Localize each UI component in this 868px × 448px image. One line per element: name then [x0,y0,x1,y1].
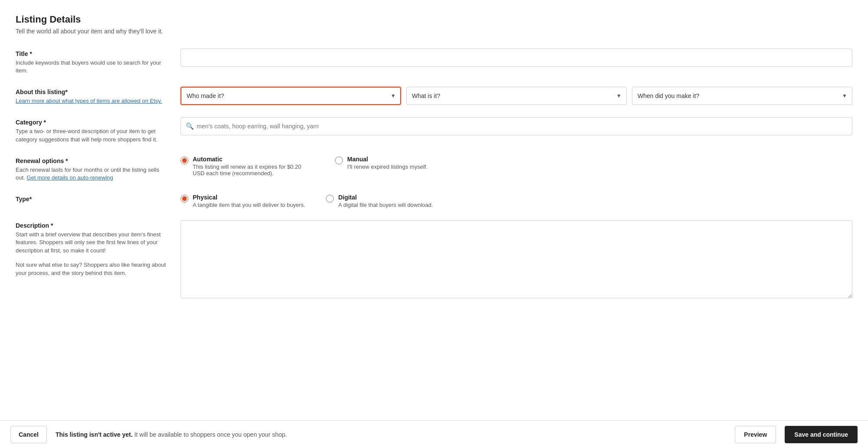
renewal-manual-option[interactable]: Manual I'll renew expired listings mysel… [335,156,427,170]
about-field-link[interactable]: Learn more about what types of items are… [16,98,162,104]
renewal-automatic-desc: This listing will renew as it expires fo… [193,164,314,177]
preview-button[interactable]: Preview [735,426,776,443]
type-row: Type* Physical A tangible item that you … [16,194,852,208]
type-physical-text: Physical A tangible item that you will d… [193,194,305,208]
type-digital-desc: A digital file that buyers will download… [338,202,433,208]
about-field-label: About this listing* [16,88,170,95]
bottom-bar: Cancel This listing isn't active yet. It… [0,420,868,448]
renewal-label-col: Renewal options * Each renewal lasts for… [16,156,181,182]
page-subtitle: Tell the world all about your item and w… [16,28,852,35]
cancel-button[interactable]: Cancel [10,426,47,443]
type-physical-option[interactable]: Physical A tangible item that you will d… [181,194,305,208]
type-physical-label: Physical [193,194,305,201]
type-digital-radio[interactable] [326,195,334,203]
type-digital-text: Digital A digital file that buyers will … [338,194,433,208]
category-control-col: 🔍 [181,117,852,135]
type-field-label: Type* [16,196,170,203]
about-control-col: Who made it? I did A member of my shop A… [181,87,852,105]
status-detail: It will be available to shoppers once yo… [134,431,287,438]
renewal-automatic-text: Automatic This listing will renew as it … [193,156,314,177]
about-label-col: About this listing* Learn more about wha… [16,87,181,104]
category-label-col: Category * Type a two- or three-word des… [16,117,181,143]
when-made-wrapper: When did you make it? Made to order 2020… [632,87,852,105]
about-dropdown-group: Who made it? I did A member of my shop A… [181,87,852,105]
title-field-label: Title * [16,50,170,57]
category-search-input[interactable] [181,117,852,135]
renewal-row: Renewal options * Each renewal lasts for… [16,156,852,182]
renewal-hint-link[interactable]: Get more details on auto-renewing [26,174,113,181]
renewal-automatic-option[interactable]: Automatic This listing will renew as it … [181,156,314,177]
search-icon: 🔍 [186,122,194,130]
description-field-label: Description * [16,222,170,229]
type-radio-group: Physical A tangible item that you will d… [181,194,852,208]
page-wrapper: Listing Details Tell the world all about… [0,0,868,448]
category-field-hint: Type a two- or three-word description of… [16,128,170,143]
status-notice: This listing isn't active yet. [56,431,133,438]
description-control-col [181,220,852,300]
renewal-automatic-radio[interactable] [181,157,188,164]
description-textarea[interactable] [181,220,852,298]
renewal-manual-text: Manual I'll renew expired listings mysel… [347,156,427,170]
title-row: Title * Include keywords that buyers wou… [16,49,852,75]
what-is-wrapper: What is it? A finished product A supply … [406,87,627,105]
status-text: This listing isn't active yet. It will b… [56,431,726,438]
main-content: Listing Details Tell the world all about… [0,0,868,448]
what-is-select[interactable]: What is it? A finished product A supply … [406,87,627,105]
type-control-col: Physical A tangible item that you will d… [181,194,852,208]
renewal-field-hint: Each renewal lasts for four months or un… [16,166,170,182]
title-input[interactable] [181,49,852,67]
type-physical-radio[interactable] [181,195,188,203]
category-search-wrapper: 🔍 [181,117,852,135]
description-label-col: Description * Start with a brief overvie… [16,220,181,278]
type-physical-desc: A tangible item that you will deliver to… [193,202,305,208]
title-control-col [181,49,852,67]
renewal-manual-desc: I'll renew expired listings myself. [347,164,427,170]
type-label-col: Type* [16,194,181,204]
who-made-wrapper: Who made it? I did A member of my shop A… [181,87,401,105]
renewal-radio-group: Automatic This listing will renew as it … [181,156,852,177]
renewal-manual-radio[interactable] [335,157,343,164]
page-title: Listing Details [16,14,852,25]
save-continue-button[interactable]: Save and continue [785,426,858,443]
description-hint1: Start with a brief overview that describ… [16,231,170,255]
description-hint2: Not sure what else to say? Shoppers also… [16,261,170,278]
when-made-select[interactable]: When did you make it? Made to order 2020… [632,87,852,105]
description-row: Description * Start with a brief overvie… [16,220,852,300]
about-row: About this listing* Learn more about wha… [16,87,852,105]
renewal-field-label: Renewal options * [16,157,170,164]
category-row: Category * Type a two- or three-word des… [16,117,852,143]
category-field-label: Category * [16,119,170,126]
title-label-col: Title * Include keywords that buyers wou… [16,49,181,75]
who-made-select[interactable]: Who made it? I did A member of my shop A… [181,87,401,105]
renewal-control-col: Automatic This listing will renew as it … [181,156,852,177]
type-digital-label: Digital [338,194,433,201]
renewal-manual-label: Manual [347,156,427,163]
renewal-automatic-label: Automatic [193,156,314,163]
type-digital-option[interactable]: Digital A digital file that buyers will … [326,194,433,208]
title-field-hint: Include keywords that buyers would use t… [16,59,170,75]
